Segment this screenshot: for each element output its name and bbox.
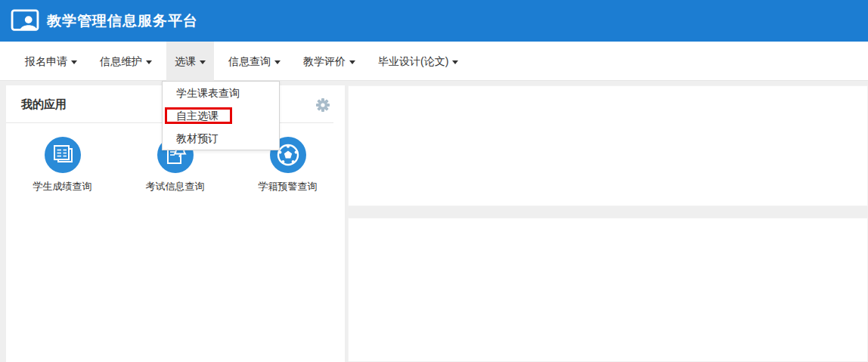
nav-item-label: 报名申请: [25, 55, 67, 67]
dropdown-item-self-course-selection[interactable]: 自主选课: [163, 104, 279, 127]
app-label: 学生成绩查询: [33, 180, 92, 193]
app-student-grades-query[interactable]: 学生成绩查询: [6, 137, 119, 193]
grades-documents-icon: [45, 137, 81, 173]
app-circle: [45, 137, 81, 173]
chevron-down-icon: [349, 60, 355, 64]
dropdown-item-textbook-order[interactable]: 教材预订: [163, 127, 279, 150]
nav-item-info-maintenance[interactable]: 信息维护: [91, 42, 160, 81]
panel-title: 我的应用: [21, 85, 67, 123]
chevron-down-icon: [71, 60, 77, 64]
chevron-down-icon: [200, 60, 206, 64]
app-label: 学籍预警查询: [259, 180, 318, 193]
app-header: 教学管理信息服务平台: [0, 0, 868, 42]
page-title: 教学管理信息服务平台: [47, 11, 198, 31]
chevron-down-icon: [146, 60, 152, 64]
content-panel-top: [348, 85, 868, 206]
nav-item-label: 教学评价: [303, 55, 346, 67]
content-panel-bottom: [348, 218, 868, 362]
nav-item-registration[interactable]: 报名申请: [17, 42, 85, 81]
nav-item-course-selection[interactable]: 选课: [166, 42, 214, 81]
nav-item-label: 选课: [175, 55, 196, 67]
nav-item-label: 信息维护: [100, 55, 142, 67]
person-at-screen-icon: [11, 9, 39, 33]
main-nav: 报名申请 信息维护 选课 信息查询 教学评价 毕业设计(论文): [0, 42, 868, 81]
gear-icon[interactable]: [315, 97, 330, 113]
chevron-down-icon: [274, 60, 281, 64]
dropdown-item-timetable-query[interactable]: 学生课表查询: [163, 82, 279, 104]
nav-item-label: 信息查询: [228, 55, 271, 67]
nav-item-label: 毕业设计(论文): [378, 55, 448, 67]
app-label: 考试信息查询: [146, 180, 205, 193]
nav-item-info-query[interactable]: 信息查询: [220, 42, 289, 81]
chevron-down-icon: [452, 60, 458, 64]
nav-item-teaching-evaluation[interactable]: 教学评价: [295, 42, 364, 81]
course-selection-dropdown: 学生课表查询 自主选课 教材预订: [162, 81, 280, 150]
nav-item-graduation-design[interactable]: 毕业设计(论文): [370, 42, 467, 81]
